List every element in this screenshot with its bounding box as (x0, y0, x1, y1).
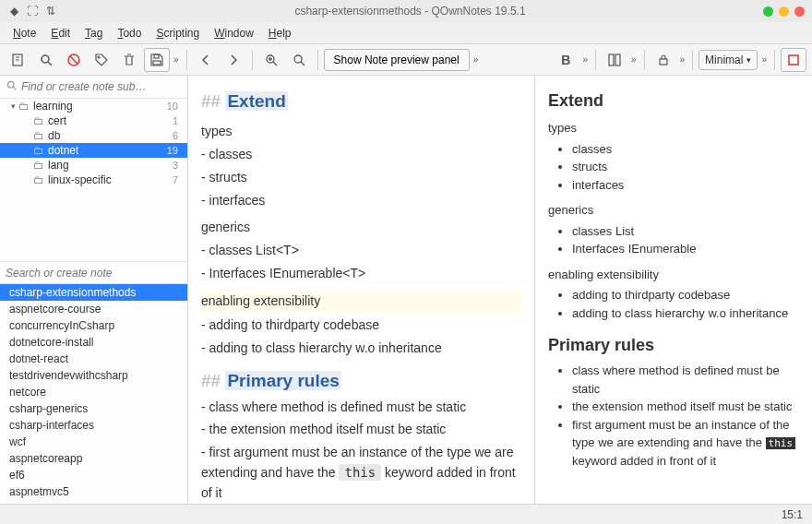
bold-button[interactable]: B (553, 48, 579, 72)
distraction-free-button[interactable] (781, 48, 806, 72)
chevron-icon[interactable]: » (172, 54, 181, 65)
svg-rect-9 (615, 54, 620, 66)
titlebar: ◆ ⛶ ⇅ csharp-extensionmethods - QOwnNote… (0, 0, 812, 22)
note-item[interactable]: netcore (0, 384, 187, 400)
menu-scripting[interactable]: Scripting (149, 25, 207, 42)
menu-edit[interactable]: Edit (43, 25, 78, 42)
statusbar: 15:1 (0, 504, 812, 524)
note-list: csharp-extensionmethodsaspnetcore-course… (0, 284, 187, 504)
note-item[interactable]: aspnetmvc5 (0, 483, 187, 500)
maximize-button[interactable] (779, 6, 789, 17)
note-item[interactable]: concurrencyInCsharp (0, 317, 187, 334)
editor-pane[interactable]: ## Extend types - classes - structs - in… (188, 76, 535, 504)
preview-heading: Extend (548, 89, 799, 113)
forward-button[interactable] (221, 48, 246, 72)
note-item[interactable]: dotnet-react (0, 351, 187, 367)
note-item[interactable]: dotnetcore-install (0, 334, 187, 351)
menu-note[interactable]: Note (6, 25, 43, 42)
folder-linux-specific[interactable]: 🗀linux-specific7 (0, 173, 187, 187)
note-item[interactable]: aspnetcore-course (0, 301, 187, 317)
expand-icon[interactable]: ⛶ (26, 5, 39, 18)
disable-button[interactable] (61, 48, 87, 72)
svg-point-7 (294, 55, 302, 63)
chevron-icon[interactable]: » (759, 54, 769, 65)
cursor-position: 15:1 (782, 508, 803, 521)
search-button[interactable] (33, 48, 59, 72)
svg-rect-10 (660, 59, 667, 65)
svg-point-3 (98, 56, 100, 58)
window-title: csharp-extensionmethods - QOwnNotes 19.5… (57, 5, 763, 18)
save-button[interactable] (144, 48, 170, 72)
sidebar: ▾🗀learning10🗀cert1🗀db6🗀dotnet19🗀lang3🗀li… (0, 76, 188, 504)
svg-point-1 (42, 55, 49, 63)
back-button[interactable] (193, 48, 219, 72)
svg-rect-5 (154, 54, 159, 58)
svg-rect-8 (609, 54, 614, 66)
chevron-icon[interactable]: » (472, 54, 481, 65)
note-item[interactable]: csharp-generics (0, 400, 187, 417)
menubar: NoteEditTagTodoScriptingWindowHelp (0, 22, 812, 44)
new-note-button[interactable] (6, 48, 31, 72)
folder-db[interactable]: 🗀db6 (0, 128, 187, 143)
delete-button[interactable] (116, 48, 142, 72)
svg-rect-11 (789, 55, 798, 65)
note-search-input[interactable] (6, 267, 182, 280)
app-icon: ◆ (7, 5, 20, 18)
svg-point-12 (7, 81, 14, 88)
show-preview-button[interactable]: Show Note preview panel (324, 49, 470, 71)
chevron-icon[interactable]: » (678, 54, 687, 65)
folder-tree: ▾🗀learning10🗀cert1🗀db6🗀dotnet19🗀lang3🗀li… (0, 99, 187, 187)
toolbar: » Show Note preview panel » B » » » Mini… (0, 44, 812, 76)
preview-heading: Primary rules (548, 333, 799, 358)
folder-search-input[interactable] (21, 80, 182, 93)
search-icon (6, 79, 18, 94)
folder-learning[interactable]: ▾🗀learning10 (0, 99, 187, 113)
menu-help[interactable]: Help (261, 25, 299, 42)
layout-select[interactable]: Minimal▾ (699, 50, 758, 70)
chevron-icon[interactable]: » (580, 54, 590, 65)
folder-cert[interactable]: 🗀cert1 (0, 113, 187, 128)
menu-window[interactable]: Window (207, 25, 261, 42)
minimize-button[interactable] (763, 6, 773, 17)
note-item[interactable]: testdrivendevwithcsharp (0, 367, 187, 384)
svg-rect-4 (153, 61, 161, 65)
lock-button[interactable] (651, 48, 676, 72)
chevron-icon[interactable]: » (629, 54, 639, 65)
zoom-in-button[interactable] (258, 48, 284, 72)
note-item[interactable]: csharp-interfaces (0, 417, 187, 434)
folder-dotnet[interactable]: 🗀dotnet19 (0, 143, 187, 158)
menu-tag[interactable]: Tag (78, 25, 110, 42)
note-item[interactable]: wcf (0, 434, 187, 450)
zoom-reset-button[interactable] (286, 48, 312, 72)
updown-icon[interactable]: ⇅ (44, 5, 57, 18)
note-item[interactable]: ef6 (0, 467, 187, 483)
preview-pane: Extend types classesstructsinterfaces ge… (535, 76, 812, 504)
menu-todo[interactable]: Todo (110, 25, 149, 42)
note-item[interactable]: aspnetcoreapp (0, 450, 187, 467)
panel-button[interactable] (602, 48, 627, 72)
tag-button[interactable] (89, 48, 114, 72)
note-item[interactable]: csharp-extensionmethods (0, 284, 187, 301)
folder-lang[interactable]: 🗀lang3 (0, 158, 187, 173)
close-button[interactable] (794, 6, 805, 17)
